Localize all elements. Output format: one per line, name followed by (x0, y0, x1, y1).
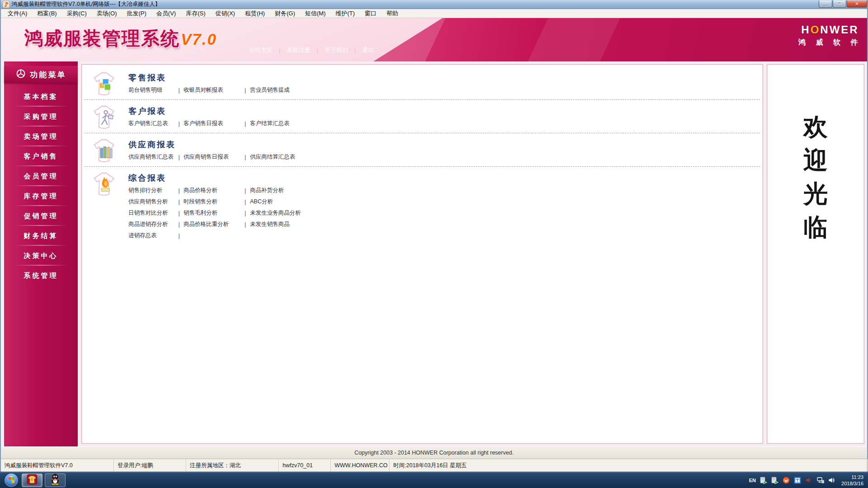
menubar-item[interactable]: 批发(P) (122, 9, 151, 18)
report-link-cell: 商品补货分析 (250, 187, 755, 194)
title-bar: 鸿威服装鞋帽管理软件V7.0单机/网络版---【大冶卓娅佳人】 — ❐ ✕ (1, 0, 867, 9)
function-menu-icon (16, 69, 26, 81)
report-link[interactable]: 时段销售分析 (184, 198, 217, 205)
report-link-cell: 日销售对比分析 (128, 209, 175, 217)
report-link[interactable]: 商品补货分析 (250, 187, 284, 193)
tray-clock[interactable]: 11:23 2018/3/16 (841, 474, 863, 487)
section-title: 供应商报表 (128, 138, 755, 151)
menubar-item[interactable]: 促销(X) (211, 9, 240, 18)
banner-version: V7.0 (181, 30, 217, 48)
report-link[interactable]: 客户销售汇总表 (128, 120, 168, 127)
honwer-logo-sub: 鸿 威 软 件 (798, 38, 862, 47)
report-link[interactable]: 营业员销售提成 (250, 87, 290, 93)
report-link[interactable]: 销售毛利分析 (184, 210, 217, 216)
supplier-books-icon (89, 137, 119, 167)
status-segment: WWW.HONWER.CO (331, 459, 390, 472)
report-link[interactable]: 日销售对比分析 (128, 210, 168, 216)
honwer-tshirt-icon (27, 474, 38, 487)
report-link-row: 前台销售明细|收银员对帐报表|营业员销售提成 (128, 84, 755, 96)
status-segment: hwfzv70_01 (279, 459, 331, 472)
section-title: 客户报表 (128, 104, 755, 118)
report-link-cell: 销售毛利分析 (184, 209, 241, 217)
sidebar-item[interactable]: 客户销售 (4, 146, 78, 166)
menubar-item[interactable]: 文件(A) (3, 9, 32, 18)
banner-nav-link[interactable]: 关于我们 (318, 46, 354, 54)
report-link[interactable]: 收银员对帐报表 (184, 87, 223, 93)
link-separator: | (241, 199, 250, 205)
server-sync-icon-2[interactable] (771, 477, 778, 484)
report-link[interactable]: 供应商销售日报表 (184, 154, 229, 160)
report-link[interactable]: 商品价格比重分析 (184, 221, 229, 227)
section-title: 综合报表 (128, 171, 755, 185)
report-link[interactable]: 客户销售日报表 (184, 120, 223, 127)
menubar-item[interactable]: 维护(T) (330, 9, 360, 18)
report-link[interactable]: 供应商销售分析 (128, 198, 168, 205)
sidebar-item[interactable]: 卖场管理 (4, 127, 78, 146)
link-separator: | (241, 121, 250, 127)
taskbar-app-qq[interactable] (45, 474, 66, 487)
sidebar-item[interactable]: 财务结算 (4, 226, 78, 246)
volume-icon[interactable] (828, 477, 835, 484)
sidebar-item[interactable]: 采购管理 (4, 107, 78, 127)
menubar-item[interactable]: 短信(M) (300, 9, 331, 18)
report-link[interactable]: 商品进销存分析 (128, 221, 168, 227)
tray-date: 2018/3/16 (841, 480, 863, 487)
sidebar-item[interactable]: 会员管理 (4, 166, 78, 186)
menubar-item[interactable]: 租赁(H) (240, 9, 270, 18)
report-link[interactable]: 前台销售明细 (128, 87, 162, 93)
report-link[interactable]: ABC分析 (250, 198, 273, 205)
sidebar-item[interactable]: 决策中心 (4, 246, 78, 266)
banner-nav-link[interactable]: 退出 (356, 46, 380, 54)
server-sync-icon[interactable] (760, 477, 767, 484)
menubar-item[interactable]: 卖场(O) (92, 9, 122, 18)
report-link[interactable]: 商品价格分析 (184, 187, 217, 193)
link-separator: | (175, 87, 184, 94)
sidebar-item[interactable]: 系统管理 (4, 266, 78, 286)
input-method-icon[interactable] (794, 477, 801, 484)
start-button[interactable] (5, 474, 18, 487)
menubar-item[interactable]: 采购(C) (62, 9, 92, 18)
banner-nav: 公司主页|系统注册|关于我们|退出 (243, 46, 380, 54)
report-link[interactable]: 供应商销售汇总表 (128, 154, 174, 160)
link-separator: | (241, 188, 250, 194)
menubar-item[interactable]: 窗口 (360, 9, 382, 18)
report-link-cell: 供应商销售日报表 (184, 153, 241, 161)
taskbar: EN 11:23 2018/3/ (0, 472, 868, 488)
muted-speaker-icon[interactable] (805, 477, 812, 484)
menubar-item[interactable]: 档案(B) (32, 9, 61, 18)
report-link[interactable]: 未发生销售商品 (250, 221, 290, 227)
report-link[interactable]: 未发生业务商品分析 (250, 210, 301, 216)
close-button[interactable]: ✕ (847, 0, 867, 8)
report-link[interactable]: 进销存总表 (128, 232, 157, 239)
qq-penguin-icon (50, 474, 60, 487)
report-link-row: 供应商销售汇总表|供应商销售日报表|供应商结算汇总表 (128, 151, 755, 163)
menubar-item[interactable]: 库存(S) (181, 9, 210, 18)
report-panel: 零售报表前台销售明细|收银员对帐报表|营业员销售提成客户报表客户销售汇总表|客户… (81, 64, 763, 444)
desktop: 鸿威服装鞋帽管理软件V7.0单机/网络版---【大冶卓娅佳人】 — ❐ ✕ 文件… (0, 0, 868, 488)
report-link[interactable]: 客户结算汇总表 (250, 120, 290, 127)
banner-nav-link[interactable]: 公司主页 (243, 46, 279, 54)
section-title: 零售报表 (128, 71, 755, 84)
menubar-item[interactable]: 帮助 (382, 9, 403, 18)
menubar-item[interactable]: 会员(V) (151, 9, 181, 18)
menubar-item[interactable]: 财务(G) (270, 9, 300, 18)
report-link[interactable]: 供应商结算汇总表 (250, 154, 295, 160)
report-link-cell: 销售排行分析 (128, 187, 175, 194)
client-area: 功能菜单 基本档案采购管理卖场管理客户销售会员管理库存管理促销管理财务结算决策中… (1, 61, 867, 446)
orange-app-tray-icon[interactable] (783, 477, 790, 484)
link-separator: | (175, 188, 184, 194)
sidebar-items: 基本档案采购管理卖场管理客户销售会员管理库存管理促销管理财务结算决策中心系统管理 (4, 87, 78, 286)
taskbar-app-honwer[interactable] (22, 474, 42, 487)
report-link-cell: 商品价格分析 (184, 187, 241, 194)
sidebar-item[interactable]: 基本档案 (4, 87, 78, 107)
sidebar-item[interactable]: 促销管理 (4, 206, 78, 226)
window-title: 鸿威服装鞋帽管理软件V7.0单机/网络版---【大冶卓娅佳人】 (12, 0, 160, 8)
report-link[interactable]: 销售排行分析 (128, 187, 162, 193)
language-indicator[interactable]: EN (749, 478, 756, 483)
maximize-button[interactable]: ❐ (833, 0, 846, 8)
report-link-row: 供应商销售分析|时段销售分析|ABC分析 (128, 196, 755, 207)
banner-nav-link[interactable]: 系统注册 (280, 46, 316, 54)
minimize-button[interactable]: — (819, 0, 832, 8)
sidebar-item[interactable]: 库存管理 (4, 186, 78, 206)
network-icon[interactable] (816, 477, 824, 484)
